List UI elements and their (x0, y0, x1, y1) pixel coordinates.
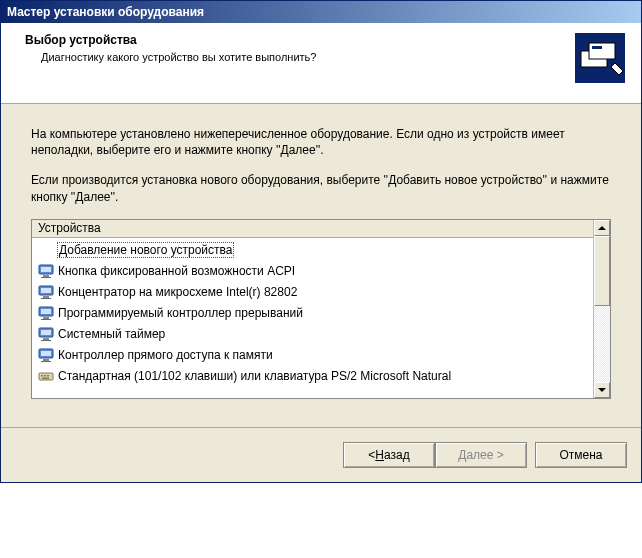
list-item[interactable]: Стандартная (101/102 клавиши) или клавиа… (32, 366, 593, 387)
svg-rect-28 (42, 378, 49, 380)
svg-rect-27 (47, 375, 49, 377)
monitor-icon (38, 347, 54, 363)
instruction-2: Если производится установка нового обору… (31, 172, 611, 204)
list-item[interactable]: Добавление нового устройства (32, 240, 593, 261)
svg-rect-11 (41, 298, 51, 299)
scroll-thumb[interactable] (594, 236, 610, 306)
svg-rect-18 (43, 338, 49, 340)
svg-rect-7 (41, 277, 51, 278)
svg-rect-13 (41, 309, 51, 314)
svg-rect-26 (44, 375, 46, 377)
list-item[interactable]: Системный таймер (32, 324, 593, 345)
svg-rect-22 (43, 359, 49, 361)
page-title: Выбор устройства (25, 33, 575, 47)
monitor-icon (38, 326, 54, 342)
header-text: Выбор устройства Диагностику какого устр… (25, 33, 575, 63)
scroll-down-button[interactable] (594, 382, 610, 398)
svg-rect-2 (589, 43, 615, 59)
wizard-header: Выбор устройства Диагностику какого устр… (1, 23, 641, 104)
list-item-label: Стандартная (101/102 клавиши) или клавиа… (58, 369, 451, 383)
scrollbar[interactable] (593, 220, 610, 398)
list-item-label: Добавление нового устройства (57, 242, 234, 258)
page-subtitle: Диагностику какого устройство вы хотите … (41, 51, 575, 63)
list-item[interactable]: Программируемый контроллер прерываний (32, 303, 593, 324)
window-title: Мастер установки оборудования (7, 5, 204, 19)
monitor-icon (38, 263, 54, 279)
cancel-button[interactable]: Отмена (535, 442, 627, 468)
hardware-wizard-icon (575, 33, 625, 83)
scroll-track[interactable] (594, 306, 610, 382)
scroll-up-button[interactable] (594, 220, 610, 236)
list-item-label: Кнопка фиксированной возможности ACPI (58, 264, 295, 278)
instruction-1: На компьютере установлено нижеперечислен… (31, 126, 611, 158)
svg-rect-17 (41, 330, 51, 335)
nav-button-group: < Назад Далее > (343, 442, 527, 468)
button-row: < Назад Далее > Отмена (1, 428, 641, 482)
list-item-label: Программируемый контроллер прерываний (58, 306, 303, 320)
keyboard-icon (38, 368, 54, 384)
svg-rect-21 (41, 351, 51, 356)
list-item[interactable]: Концентратор на микросхеме Intel(r) 8280… (32, 282, 593, 303)
monitor-icon (38, 305, 54, 321)
arrow-up-icon (598, 226, 606, 230)
svg-rect-3 (592, 46, 602, 49)
list-item-label: Контроллер прямого доступа к памяти (58, 348, 273, 362)
svg-rect-9 (41, 288, 51, 293)
list-item-label: Системный таймер (58, 327, 165, 341)
arrow-down-icon (598, 388, 606, 392)
list-item-label: Концентратор на микросхеме Intel(r) 8280… (58, 285, 297, 299)
svg-rect-6 (43, 275, 49, 277)
column-header-devices[interactable]: Устройства (32, 220, 593, 238)
svg-rect-5 (41, 267, 51, 272)
svg-rect-19 (41, 340, 51, 341)
device-list-inner: Устройства Добавление нового устройстваК… (32, 220, 593, 398)
monitor-icon (38, 284, 54, 300)
list-item[interactable]: Контроллер прямого доступа к памяти (32, 345, 593, 366)
blank-icon (38, 242, 54, 258)
next-button: Далее > (435, 442, 527, 468)
wizard-content: На компьютере установлено нижеперечислен… (1, 104, 641, 409)
list-item[interactable]: Кнопка фиксированной возможности ACPI (32, 261, 593, 282)
wizard-window: Мастер установки оборудования Выбор устр… (0, 0, 642, 483)
svg-rect-15 (41, 319, 51, 320)
svg-rect-14 (43, 317, 49, 319)
back-button[interactable]: < Назад (343, 442, 435, 468)
titlebar[interactable]: Мастер установки оборудования (1, 1, 641, 23)
svg-rect-23 (41, 361, 51, 362)
svg-rect-10 (43, 296, 49, 298)
svg-rect-25 (41, 375, 43, 377)
device-list[interactable]: Устройства Добавление нового устройстваК… (31, 219, 611, 399)
